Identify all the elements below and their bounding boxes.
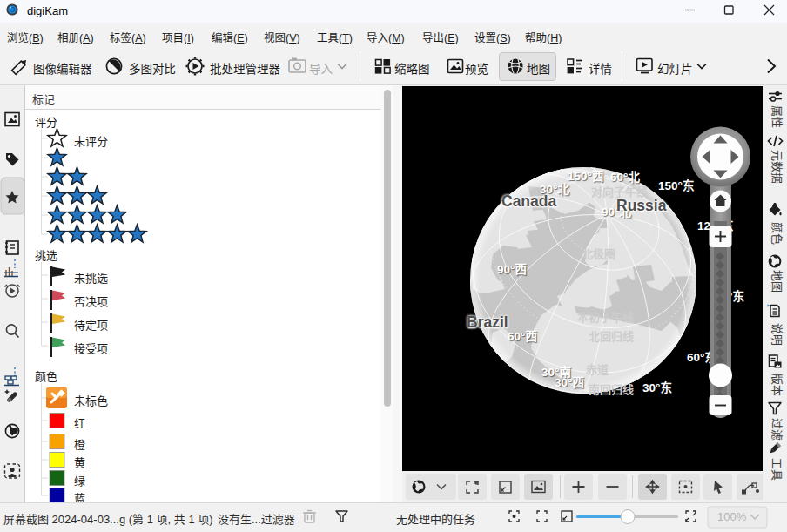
svg-text:Russia: Russia (616, 197, 667, 214)
svg-text:南回归线: 南回归线 (589, 383, 634, 396)
svg-text:本初子午线: 本初子午线 (577, 311, 634, 324)
svg-text:Brazil: Brazil (467, 313, 508, 331)
svg-text:Canada: Canada (501, 192, 556, 210)
svg-text:60°西: 60°西 (508, 330, 537, 343)
svg-text:赤道: 赤道 (586, 363, 609, 376)
svg-text:90°西: 90°西 (497, 263, 527, 276)
svg-text:60°北: 60°北 (610, 171, 640, 184)
svg-text:30°西: 30°西 (555, 376, 584, 389)
svg-text:150°西: 150°西 (568, 170, 603, 183)
svg-text:150°东: 150°东 (658, 178, 695, 192)
svg-text:北回归线: 北回归线 (589, 330, 634, 343)
svg-text:30°东: 30°东 (642, 380, 672, 394)
svg-text:北极圈: 北极圈 (582, 247, 615, 260)
svg-text:100%: 100% (717, 510, 747, 523)
